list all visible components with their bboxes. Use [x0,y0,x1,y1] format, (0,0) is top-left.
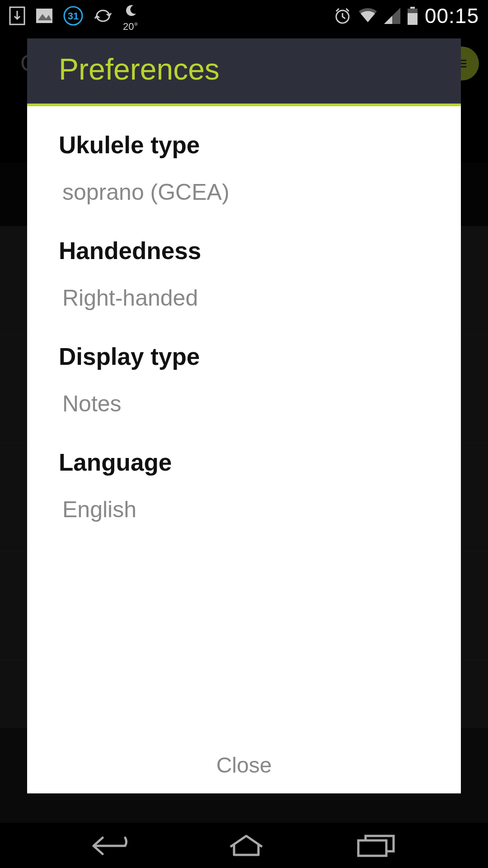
svg-rect-11 [358,840,386,856]
pref-value: Right-handed [59,285,429,311]
calendar-icon: 31 [63,6,83,26]
pref-label: Ukulele type [59,131,429,159]
close-button[interactable]: Close [216,753,272,778]
pref-label: Handedness [59,237,429,264]
navigation-bar [0,823,488,868]
pref-value: soprano (GCEA) [59,179,429,205]
image-icon [35,8,53,24]
signal-icon [384,8,400,24]
svg-marker-7 [384,16,392,24]
pref-language[interactable]: Language English [59,433,429,538]
recent-apps-button[interactable] [354,833,399,858]
pref-label: Display type [59,343,429,370]
pref-handedness[interactable]: Handedness Right-handed [59,221,429,327]
pref-value: Notes [59,391,429,417]
pref-display-type[interactable]: Display type Notes [59,327,429,433]
home-button[interactable] [226,833,267,858]
sync-icon [93,8,113,24]
preferences-dialog: Preferences Ukulele type soprano (GCEA) … [27,38,461,793]
back-button[interactable] [89,833,139,858]
weather-icon: 20° [123,4,138,28]
temperature-label: 20° [123,21,138,33]
pref-label: Language [59,448,429,476]
wifi-icon [358,8,378,24]
status-bar: 31 20° 00:15 [0,0,488,32]
pref-ukulele-type[interactable]: Ukulele type soprano (GCEA) [59,115,429,221]
status-right: 00:15 [333,4,479,28]
dialog-header: Preferences [27,38,461,106]
svg-text:31: 31 [68,10,79,22]
svg-rect-10 [408,13,418,25]
battery-icon [407,7,418,25]
download-icon [9,6,25,25]
dialog-footer: Close [27,737,461,793]
status-left: 31 20° [9,4,138,28]
dialog-title: Preferences [59,52,429,86]
alarm-icon [333,7,352,25]
pref-value: English [59,496,429,523]
clock-time: 00:15 [425,4,479,28]
svg-rect-8 [410,7,415,9]
svg-rect-1 [36,9,52,23]
dialog-body: Ukulele type soprano (GCEA) Handedness R… [27,106,461,737]
